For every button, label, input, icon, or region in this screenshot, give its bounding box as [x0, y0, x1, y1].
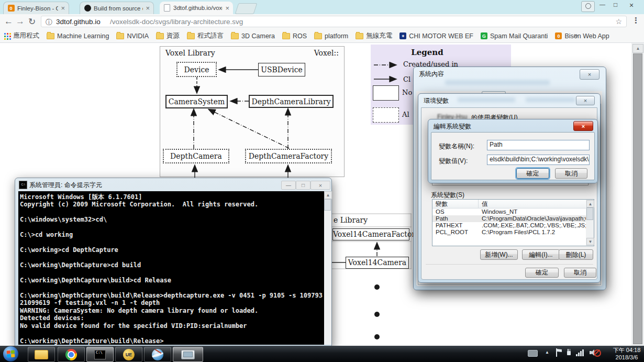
scrollbar-thumb[interactable] — [633, 53, 642, 344]
tray-network-icon[interactable] — [576, 349, 585, 356]
folder-icon — [282, 33, 290, 39]
cmd-icon: C:\ — [94, 350, 106, 359]
bookmark-apps[interactable]: 應用程式 — [4, 31, 39, 40]
list-scrollbar[interactable]: ▲ ▼ — [586, 200, 594, 246]
tray-volume-muted-icon[interactable] — [590, 348, 600, 357]
bookmark-3d-camera[interactable]: 3D Camera — [231, 32, 275, 40]
reload-icon[interactable]: ↻ — [28, 16, 36, 27]
taskbar-sphere-app-button[interactable] — [144, 347, 171, 362]
browser-toolbar: ← → ↻ ⓘ 3dtof.github.io /voxelsdk-doc/sv… — [0, 14, 644, 29]
tab-active-voxelsdk[interactable]: 3dtof.github.io/voxelsd × — [160, 2, 233, 14]
tab-github[interactable]: Build from source on W × — [80, 2, 154, 14]
node-usbdevice: USBDevice — [258, 63, 305, 76]
editvar-close-button[interactable]: × — [573, 121, 593, 131]
column-variable[interactable]: 變數 — [432, 200, 479, 208]
editvar-cancel-button[interactable]: 取消 — [555, 168, 587, 179]
taskbar-cmd-button[interactable]: C:\ — [86, 347, 114, 362]
forward-icon[interactable]: → — [16, 16, 25, 27]
taskbar-explorer-button[interactable] — [28, 347, 55, 362]
node-voxel14camera: Voxel14Camera — [346, 257, 409, 269]
tray-keyboard-icon[interactable] — [528, 350, 538, 357]
page-favicon-icon — [163, 4, 171, 12]
taskbar-system-button[interactable] — [173, 347, 203, 362]
bookmark-machine-learning[interactable]: Machine Learning — [47, 32, 109, 40]
variable-name-input[interactable]: Path — [487, 140, 590, 150]
bookmark-languages[interactable]: 程式語言 — [187, 31, 224, 40]
browser-menu-icon[interactable]: ⋮ — [632, 16, 640, 25]
env-row-pathext[interactable]: PATHEXT .COM;.EXE;.BAT;.CMD;.VBS;.VBE;.J… — [432, 222, 594, 229]
bookmark-star-icon[interactable]: ☆ — [615, 17, 622, 26]
var-name: PATHEXT — [432, 222, 479, 229]
bookmark-nvidia[interactable]: NVIDIA — [116, 32, 149, 40]
cmd-window[interactable]: C:\ 系統管理員: 命令提示字元 — □ × Microsoft Window… — [15, 178, 332, 346]
console-line: C:\working\DepthCapture>cd build — [20, 261, 324, 269]
cmd-scrollbar-thumb[interactable] — [324, 199, 331, 211]
sysprops-close-button[interactable]: × — [580, 69, 599, 80]
url-bar[interactable]: ⓘ 3dtof.github.io /voxelsdk-doc/svgs/lib… — [41, 16, 627, 27]
start-button[interactable] — [3, 346, 18, 361]
bookmark-wireless-charging[interactable]: 無線充電 — [356, 31, 392, 40]
browser-scrollbar[interactable]: ▲ — [631, 43, 644, 346]
editvar-ok-button[interactable]: 確定 — [516, 168, 549, 179]
node-voxel14camerafactory: Voxel14CameraFactory — [332, 228, 409, 240]
delete-variable-button[interactable]: 刪除(L) — [559, 249, 593, 260]
envvars-close-button[interactable]: × — [576, 96, 595, 105]
page-info-icon[interactable]: ⓘ — [46, 18, 52, 27]
node-depthcamerafactory: DepthCameraFactory — [245, 149, 332, 163]
env-row-os[interactable]: OS Windows_NT — [432, 209, 594, 215]
list-scroll-up-icon[interactable]: ▲ — [586, 200, 594, 207]
env-row-path[interactable]: Path C:\ProgramData\Oracle\Java\javapath… — [432, 215, 594, 222]
env-row-pcl-root[interactable]: PCL_ROOT C:\Program Files\PCL 1.7.2 — [432, 229, 594, 236]
cmd-scrollbar[interactable]: ▲ — [324, 191, 331, 345]
tray-show-hidden-icon[interactable]: ▲ — [545, 350, 549, 355]
tab-outlook[interactable]: 0 Finley-Bison - Outlook W × — [3, 2, 69, 14]
new-tab-button[interactable] — [235, 3, 258, 14]
legend-item-partial-2: Cl — [403, 75, 410, 83]
folder-icon — [314, 33, 322, 39]
edit-variable-button[interactable]: 編輯(I)... — [522, 249, 560, 260]
new-variable-button[interactable]: 新增(W)... — [480, 249, 518, 260]
system-properties-icon — [181, 350, 195, 359]
tray-power-icon[interactable] — [565, 349, 572, 356]
taskbar-ultraedit-button[interactable]: UE — [115, 347, 142, 362]
list-scrollbar-thumb[interactable] — [586, 207, 593, 220]
cmd-scroll-up-icon[interactable]: ▲ — [324, 191, 332, 199]
window-minimize-button[interactable]: — — [596, 1, 608, 11]
back-icon[interactable]: ← — [4, 16, 13, 27]
tab-close-icon[interactable]: × — [146, 5, 150, 12]
bookmark-platform[interactable]: platform — [314, 32, 348, 40]
window-close-button[interactable]: × — [624, 1, 639, 11]
tray-action-center-icon[interactable] — [556, 348, 562, 357]
profile-button[interactable] — [581, 1, 595, 12]
system-variables-list[interactable]: 變數 值 OS Windows_NT Path C:\ProgramData\O… — [432, 199, 594, 246]
system-variables-label: 系統變數(S) — [431, 191, 464, 200]
bookmark-resources[interactable]: 資源 — [156, 31, 180, 40]
edit-system-variable-dialog[interactable]: 編輯系統變數 × 變數名稱(N): Path 變數值(V): elsdk\bui… — [428, 119, 598, 183]
bookmarks-overflow-icon[interactable]: » — [574, 31, 578, 39]
taskbar-clock[interactable]: 下午 04:18 2018/3/6 — [612, 347, 642, 361]
cmd-minimize-button[interactable]: — — [281, 181, 296, 190]
console-line — [20, 330, 324, 337]
var-value: Windows_NT — [479, 209, 594, 215]
envvars-cancel-button[interactable]: 取消 — [564, 268, 596, 278]
bookmark-spam-quarantine[interactable]: GSpam Mail Quaranti — [481, 32, 548, 40]
window-maximize-button[interactable]: □ — [609, 1, 621, 11]
variable-value-input[interactable]: elsdk\build\bin;C:\working\voxelsdk\buil… — [487, 155, 590, 165]
person-icon — [585, 3, 591, 9]
legend-dashed-box — [373, 107, 399, 123]
bookmark-ros[interactable]: ROS — [282, 32, 307, 40]
scroll-up-icon[interactable]: ▲ — [632, 44, 643, 53]
tab-close-icon[interactable]: × — [61, 5, 65, 12]
tab-close-icon[interactable]: × — [225, 5, 229, 12]
bookmark-bison-web-app[interactable]: 0Bison Web App — [555, 32, 609, 40]
bookmark-label: 無線充電 — [366, 31, 392, 40]
cmd-close-button[interactable]: × — [310, 181, 330, 190]
column-value[interactable]: 值 — [479, 200, 594, 208]
bookmark-label: 3D Camera — [241, 32, 275, 40]
taskbar-chrome-button[interactable] — [58, 347, 85, 362]
envvars-ok-button[interactable]: 確定 — [525, 268, 559, 278]
list-scroll-down-icon[interactable]: ▼ — [586, 238, 594, 245]
var-value: C:\ProgramData\Oracle\Java\javapath;C:\.… — [479, 215, 594, 222]
cmd-maximize-button[interactable]: □ — [296, 181, 310, 190]
bookmark-chi-motor[interactable]: ✦CHI MOTOR WEB EF — [399, 32, 473, 40]
